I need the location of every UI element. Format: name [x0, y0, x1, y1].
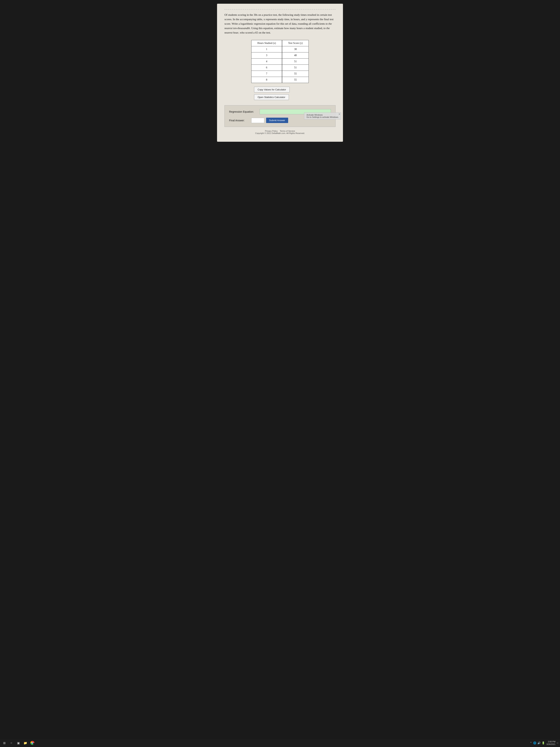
taskbar-left: ⊞ ○ ▣ 📁	[2, 741, 35, 745]
page-container: Of students scoring in the 30s on a prac…	[217, 4, 343, 142]
up-arrow-icon[interactable]: ⌃	[530, 742, 532, 744]
table-row: 451	[251, 58, 309, 65]
submit-answer-button[interactable]: Submit Answer	[266, 118, 288, 123]
score-cell: 48	[282, 52, 309, 58]
activate-windows-banner: ✕ Activate Windows Go to Settings to act…	[304, 112, 341, 120]
show-desktop-icon[interactable]: □	[557, 742, 558, 744]
hours-cell: 3	[251, 52, 282, 58]
dotted-divider	[224, 9, 336, 10]
copy-values-button[interactable]: Copy Values for Calculator	[254, 87, 290, 93]
data-table: Hours Studied (x) Test Score (y) 1383484…	[251, 40, 309, 83]
table-row: 755	[251, 71, 309, 77]
regression-label: Regression Equation:	[229, 110, 258, 113]
score-cell: 55	[282, 77, 309, 83]
hours-cell: 4	[251, 58, 282, 65]
col1-header: Hours Studied (x)	[251, 40, 282, 46]
hours-cell: 6	[251, 65, 282, 71]
activate-line1: Activate Windows	[306, 114, 339, 116]
close-icon[interactable]: ✕	[339, 113, 340, 115]
score-cell: 38	[282, 46, 309, 52]
table-row: 855	[251, 77, 309, 83]
problem-text: Of students scoring in the 30s on a prac…	[224, 12, 336, 35]
search-icon[interactable]: ○	[9, 741, 14, 745]
final-answer-input[interactable]	[251, 118, 264, 123]
start-icon[interactable]: ⊞	[2, 741, 7, 745]
score-cell: 51	[282, 58, 309, 65]
hours-cell: 7	[251, 71, 282, 77]
buttons-wrapper: Copy Values for Calculator Open Statisti…	[254, 87, 336, 100]
score-cell: 51	[282, 65, 309, 71]
copyright-text: Copyright © 2021 DeltaMath.com. All Righ…	[255, 132, 305, 134]
taskbar: ⊞ ○ ▣ 📁 ⌃ 🌐 🔊 🔋 2:00 PM 3/26/2021 □	[0, 739, 560, 747]
network-icon: 🌐	[533, 742, 536, 744]
table-wrapper: Hours Studied (x) Test Score (y) 1383484…	[224, 40, 336, 83]
taskbar-date-display: 3/26/2021	[546, 743, 555, 746]
chrome-icon[interactable]	[30, 741, 35, 745]
file-explorer-icon[interactable]: 📁	[23, 741, 28, 745]
task-view-icon[interactable]: ▣	[16, 741, 21, 745]
privacy-link[interactable]: Privacy Policy	[265, 130, 277, 132]
final-answer-label: Final Answer:	[229, 119, 249, 122]
speaker-icon[interactable]: 🔊	[537, 742, 540, 744]
table-row: 138	[251, 46, 309, 52]
hours-cell: 1	[251, 46, 282, 52]
col2-header: Test Score (y)	[282, 40, 309, 46]
taskbar-clock: 2:00 PM 3/26/2021	[546, 740, 555, 746]
taskbar-time-display: 2:00 PM	[546, 740, 555, 743]
activate-line2: Go to Settings to activate Windows.	[306, 116, 339, 118]
hours-cell: 8	[251, 77, 282, 83]
taskbar-right: ⌃ 🌐 🔊 🔋 2:00 PM 3/26/2021 □	[530, 740, 558, 746]
system-tray-icons: ⌃ 🌐 🔊 🔋	[530, 742, 545, 744]
battery-icon: 🔋	[542, 742, 545, 744]
terms-link[interactable]: Terms of Service	[280, 130, 295, 132]
footer: Privacy Policy Terms of Service Copyrigh…	[224, 130, 336, 134]
score-cell: 55	[282, 71, 309, 77]
table-row: 651	[251, 65, 309, 71]
table-row: 348	[251, 52, 309, 58]
svg-point-2	[32, 742, 33, 744]
open-statistics-button[interactable]: Open Statistics Calculator	[254, 94, 289, 100]
